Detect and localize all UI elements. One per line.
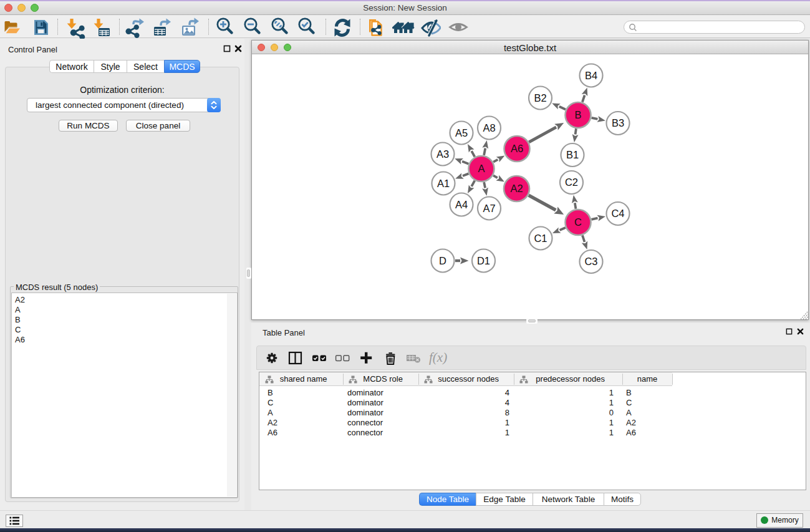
svg-text:A3: A3 (436, 148, 449, 160)
svg-text:C4: C4 (611, 208, 624, 219)
svg-text:A5: A5 (455, 127, 468, 138)
svg-text:C3: C3 (584, 256, 597, 267)
svg-text:B4: B4 (585, 70, 597, 81)
svg-text:A: A (478, 163, 485, 174)
svg-text:D1: D1 (477, 255, 490, 266)
svg-text:B3: B3 (612, 117, 624, 128)
svg-text:C: C (574, 216, 582, 228)
svg-text:A4: A4 (455, 199, 468, 210)
svg-text:A2: A2 (510, 183, 523, 194)
svg-text:A7: A7 (483, 203, 495, 214)
svg-text:D: D (439, 255, 446, 266)
svg-text:C2: C2 (565, 177, 578, 188)
svg-text:C1: C1 (534, 233, 547, 244)
svg-text:A1: A1 (437, 178, 450, 189)
svg-text:B1: B1 (566, 149, 579, 160)
svg-text:A8: A8 (483, 122, 495, 133)
svg-text:B: B (574, 109, 581, 120)
svg-text:B2: B2 (534, 92, 546, 104)
svg-text:A6: A6 (511, 143, 523, 154)
